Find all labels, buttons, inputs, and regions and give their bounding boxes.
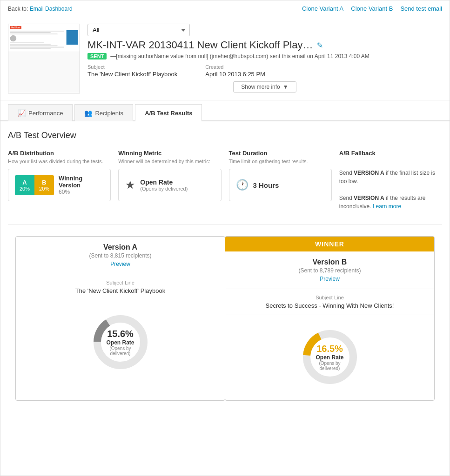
show-more-label: Show more info [241, 84, 280, 90]
fallback-label: A/B Fallback [339, 150, 442, 157]
fallback-line1-strong: VERSION A [354, 170, 384, 176]
version-a-chart-section: 15.6% Open Rate (Opens by delivered) [16, 300, 225, 385]
version-b-open-rate-sub: (Opens by delivered) [314, 361, 346, 371]
version-b-name: Version B [232, 258, 428, 266]
distribution-card: A 20% B 20% Winning Version 60% [8, 169, 111, 201]
email-dashboard-link[interactable]: Email Dashboard [30, 6, 73, 12]
fallback-desc [339, 159, 442, 164]
distribution-label: A/B Distribution [8, 150, 111, 157]
version-a-donut: 15.6% Open Rate (Opens by delivered) [88, 310, 153, 375]
created-label: Created [205, 64, 265, 70]
edit-icon[interactable]: ✎ [317, 41, 323, 50]
clone-variant-b-link[interactable]: Clone Variant B [351, 5, 393, 12]
version-b-subject-label: Subject Line [232, 295, 428, 300]
version-a-name: Version A [22, 243, 218, 251]
star-icon: ★ [125, 178, 135, 192]
sent-badge: SENT [87, 53, 107, 60]
distribution-item: A/B Distribution How your list was divid… [8, 150, 111, 211]
version-a-sent: (Sent to 8,815 recipients) [22, 252, 218, 259]
winner-badge: WINNER [225, 237, 434, 251]
top-nav: Back to: Email Dashboard Clone Variant A… [0, 0, 450, 17]
distribution-desc: How your list was divided during the tes… [8, 159, 111, 164]
tab-recipients[interactable]: 👥 Recipients [74, 104, 133, 121]
created-value: April 10 2013 6:25 PM [205, 71, 265, 78]
main-content: A/B Test Overview A/B Distribution How y… [0, 121, 450, 410]
dist-b-letter: B [39, 179, 49, 186]
variant-select[interactable]: All Variant A Variant B [87, 24, 190, 36]
show-more-row: Show more info ▼ [87, 81, 442, 93]
winning-metric-card: ★ Open Rate (Opens by delivered) [118, 169, 221, 201]
fallback-item: A/B Fallback Send VERSION A if the final… [339, 150, 442, 211]
email-header: HubSpot All V [0, 17, 450, 100]
chevron-down-icon: ▼ [283, 84, 289, 90]
tab-performance[interactable]: 📈 Performance [8, 104, 73, 121]
version-a-donut-center: 15.6% Open Rate (Opens by delivered) [104, 329, 137, 356]
recipients-icon: 👥 [84, 109, 92, 117]
version-b-open-rate: 16.5% [314, 344, 346, 354]
tab-recipients-label: Recipients [95, 110, 123, 117]
back-link: Back to: Email Dashboard [8, 6, 73, 12]
top-actions: Clone Variant A Clone Variant B Send tes… [302, 5, 442, 12]
version-b-header: Version B (Sent to 8,789 recipients) Pre… [225, 251, 434, 289]
fallback-text: Send VERSION A if the final list size is… [339, 169, 442, 211]
version-a-open-rate: 15.6% [104, 329, 137, 339]
dist-b: B 20% [34, 175, 54, 195]
ab-overview-title: A/B Test Overview [8, 131, 442, 140]
email-title: MK-INT-VAR 20130411 New Client Kickoff P… [87, 39, 313, 51]
test-duration-card: 🕐 3 Hours [229, 169, 332, 201]
version-a-header: Version A (Sent to 8,815 recipients) Pre… [16, 237, 225, 274]
clock-icon: 🕐 [236, 179, 249, 191]
subject-meta: Subject The 'New Client Kickoff' Playboo… [87, 64, 177, 78]
duration-value: 3 Hours [253, 181, 279, 189]
sent-description: —[missing authorName value from null] (j… [110, 53, 369, 60]
dist-a: A 20% [15, 175, 34, 195]
version-a-open-rate-sub: (Opens by delivered) [104, 346, 137, 356]
winning-metric-item: Winning Metric Winner will be determined… [118, 150, 221, 211]
version-b-preview-link[interactable]: Preview [232, 276, 428, 282]
version-b-sent: (Sent to 8,789 recipients) [232, 267, 428, 274]
version-a-preview-link[interactable]: Preview [22, 261, 218, 267]
page-wrapper: Back to: Email Dashboard Clone Variant A… [0, 0, 450, 476]
version-b-donut: 16.5% Open Rate (Opens by delivered) [297, 324, 363, 390]
created-meta: Created April 10 2013 6:25 PM [205, 64, 265, 78]
sent-row: SENT —[missing authorName value from nul… [87, 53, 442, 60]
winning-version-label: Winning Version [59, 175, 104, 189]
test-duration-label: Test Duration [229, 150, 332, 157]
tab-performance-label: Performance [28, 110, 63, 117]
section-divider [8, 225, 442, 225]
subject-label: Subject [87, 64, 177, 70]
send-test-email-link[interactable]: Send test email [400, 5, 442, 12]
version-b-open-rate-label: Open Rate [314, 354, 346, 361]
thumb-logo: HubSpot [10, 26, 21, 29]
metric-info: Open Rate (Opens by delivered) [140, 178, 188, 192]
learn-more-link[interactable]: Learn more [373, 203, 401, 210]
version-b-donut-center: 16.5% Open Rate (Opens by delivered) [314, 344, 346, 371]
version-a-col: Version A (Sent to 8,815 recipients) Pre… [15, 236, 225, 401]
dist-a-percent: 20% [20, 186, 30, 192]
subject-value: The 'New Client Kickoff' Playbook [87, 71, 177, 78]
performance-icon: 📈 [18, 109, 26, 117]
email-thumbnail: HubSpot [8, 24, 80, 93]
winning-version-percent: 60% [59, 189, 104, 195]
clone-variant-a-link[interactable]: Clone Variant A [302, 5, 343, 12]
distribution-boxes: A 20% B 20% [15, 175, 54, 195]
thumb-person [10, 35, 16, 42]
winning-metric-label: Winning Metric [118, 150, 221, 157]
version-a-subject-section: Subject Line The 'New Client Kickoff' Pl… [16, 274, 225, 300]
show-more-button[interactable]: Show more info ▼ [233, 81, 296, 93]
winning-metric-desc: Winner will be determined by this metric… [118, 159, 221, 164]
versions-container: Version A (Sent to 8,815 recipients) Pre… [15, 236, 435, 401]
tab-ab-test[interactable]: A/B Test Results [135, 104, 202, 121]
email-info: All Variant A Variant B MK-INT-VAR 20130… [87, 24, 442, 93]
winning-version-info: Winning Version 60% [59, 175, 104, 195]
test-duration-desc: Time limit on gathering test results. [229, 159, 332, 164]
thumb-book [67, 30, 78, 45]
open-rate-label: Open Rate [140, 178, 188, 186]
tabs-bar: 📈 Performance 👥 Recipients A/B Test Resu… [0, 104, 450, 121]
version-b-subject-section: Subject Line Secrets to Success - Winnin… [225, 289, 434, 315]
open-rate-sub: (Opens by delivered) [140, 186, 188, 192]
version-b-chart-section: 16.5% Open Rate (Opens by delivered) [225, 315, 434, 400]
version-b-col: WINNER Version B (Sent to 8,789 recipien… [225, 236, 435, 401]
version-a-subject-value: The 'New Client Kickoff' Playbook [22, 287, 218, 294]
meta-row: Subject The 'New Client Kickoff' Playboo… [87, 64, 442, 78]
